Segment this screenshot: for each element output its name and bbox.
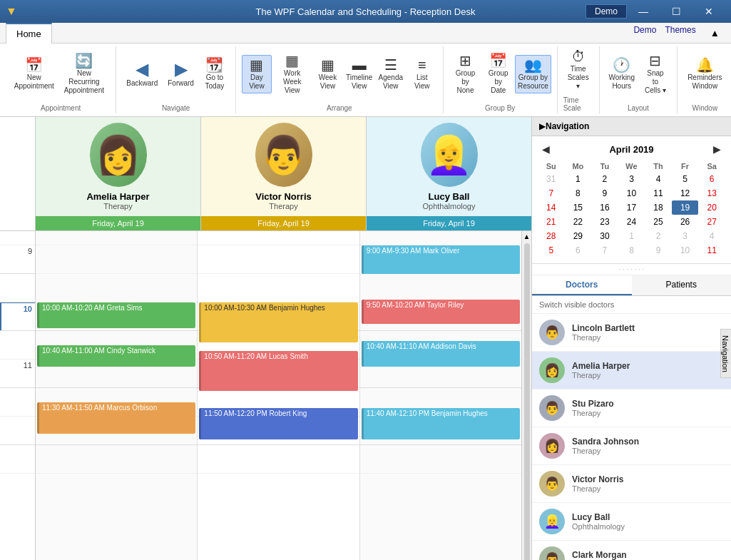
cal-day-1-other[interactable]: 1 [618,229,645,243]
cal-day-26[interactable]: 26 [672,215,699,229]
cal-day-2-other[interactable]: 2 [645,229,672,243]
tab-demo[interactable]: Demo [633,25,656,41]
appt-lucy-taylor[interactable]: 9:50 AM-10:20 AM Taylor Riley [362,300,520,324]
cal-day-3-other[interactable]: 3 [672,229,699,243]
appt-amelia-greta[interactable]: 10:00 AM-10:20 AM Greta Sims [37,302,195,328]
cal-day-4-other[interactable]: 4 [698,229,725,243]
grid-slot-lucy-3 [360,274,521,302]
mini-cal-prev-button[interactable]: ◀ [538,142,554,156]
cal-day-7-other[interactable]: 7 [591,243,618,258]
vertical-scrollbar[interactable]: ▲ ▼ [521,231,531,560]
time-scales-button[interactable]: ⏱ TimeScales ▾ [563,46,593,93]
cal-day-4[interactable]: 4 [645,172,672,186]
cal-day-16[interactable]: 16 [591,200,618,215]
cal-day-22[interactable]: 22 [565,215,592,229]
appt-lucy-benjamin2[interactable]: 11:40 AM-12:10 PM Benjamin Hughes [362,408,520,439]
calendar-grid[interactable]: 9 10 11 [0,231,521,560]
working-hours-button[interactable]: 🕐 WorkingHours [605,55,638,93]
title-bar: ▼ The WPF Calendar and Scheduling - Rece… [0,0,731,23]
cal-day-1[interactable]: 1 [565,172,592,186]
agenda-button[interactable]: ☰ AgendaView [376,55,406,93]
forward-button[interactable]: ▶ Forward [163,58,198,91]
cal-day-15[interactable]: 15 [565,200,592,215]
appt-lucy-addison[interactable]: 10:40 AM-11:10 AM Addison Davis [362,341,520,367]
cal-day-3[interactable]: 3 [618,172,645,186]
week-view-button[interactable]: ▦ WeekView [312,55,342,93]
ribbon-tabs: Home Demo Themes ▲ [0,23,731,44]
navigation-sidebar-tab[interactable]: Navigation [720,329,731,379]
doctor-item-amelia[interactable]: 👩 Amelia Harper Therapy [532,352,731,390]
new-recurring-button[interactable]: 🔄 New RecurringAppointment [58,51,111,98]
group-date-button[interactable]: 📅 Groupby Date [483,51,513,98]
scroll-thumb[interactable] [524,243,530,560]
group-resource-button[interactable]: 👥 Group byResource [515,55,551,93]
cal-day-6[interactable]: 6 [698,172,725,186]
cal-day-13[interactable]: 13 [698,186,725,200]
grid-col-victor: 10:00 AM-10:30 AM Benjamin Hughes 10:50 … [198,231,359,560]
cal-day-17[interactable]: 17 [618,200,645,215]
cal-day-18[interactable]: 18 [645,200,672,215]
doctor-item-clark[interactable]: 👨 Clark Morgan Dentistry [532,541,731,560]
scroll-up-button[interactable]: ▲ [522,231,531,242]
cal-day-12[interactable]: 12 [672,186,699,200]
cal-day-19[interactable]: 19 [672,200,699,215]
cal-day-5[interactable]: 5 [672,172,699,186]
cal-day-9-other[interactable]: 9 [645,243,672,258]
reminders-button[interactable]: 🔔 RemindersWindow [683,55,726,93]
mini-cal-next-button[interactable]: ▶ [709,142,725,156]
cal-day-7[interactable]: 7 [538,186,565,200]
day-view-button[interactable]: ▦ DayView [242,55,272,93]
cal-day-14[interactable]: 14 [538,200,565,215]
tab-themes[interactable]: Themes [665,25,695,41]
close-button[interactable]: ✕ [692,0,725,23]
cal-day-29[interactable]: 29 [565,229,592,243]
appt-amelia-marcus[interactable]: 11:30 AM-11:50 AM Marcus Orbison [37,402,195,434]
nav-expand-icon[interactable]: ▶ [539,121,546,131]
maximize-button[interactable]: ☐ [660,0,692,23]
minimize-button[interactable]: — [627,0,660,23]
appt-lucy-mark[interactable]: 9:00 AM-9:30 AM Mark Oliver [362,245,520,274]
cal-day-11-other[interactable]: 11 [698,243,725,258]
cal-day-25[interactable]: 25 [645,215,672,229]
backward-button[interactable]: ◀ Backward [122,58,162,91]
list-button[interactable]: ≡ ListView [407,55,437,93]
cal-day-2[interactable]: 2 [591,172,618,186]
doctor-item-sandra[interactable]: 👩 Sandra Johnson Therapy [532,427,731,465]
appt-victor-benjamin[interactable]: 10:00 AM-10:30 AM Benjamin Hughes [199,302,357,342]
group-none-button[interactable]: ⊞ Groupby None [449,51,481,98]
appt-victor-robert[interactable]: 11:50 AM-12:20 PM Robert King [199,408,357,439]
cal-day-30[interactable]: 30 [591,229,618,243]
timeline-button[interactable]: ▬ TimelineView [344,55,374,93]
ribbon-collapse-button[interactable]: ▲ [705,25,725,41]
cal-day-8[interactable]: 8 [565,186,592,200]
cal-day-27[interactable]: 27 [698,215,725,229]
tab-home[interactable]: Home [6,23,52,44]
tab-doctors[interactable]: Doctors [532,275,632,295]
cal-day-11[interactable]: 11 [645,186,672,200]
cal-day-24[interactable]: 24 [618,215,645,229]
cal-day-20[interactable]: 20 [698,200,725,215]
cal-day-10-other[interactable]: 10 [672,243,699,258]
doctor-item-stu[interactable]: 👨 Stu Pizaro Therapy [532,390,731,427]
appt-victor-lucas[interactable]: 10:50 AM-11:20 AM Lucas Smith [199,351,357,391]
doctor-item-lincoln[interactable]: 👨 Lincoln Bartlett Therapy [532,314,731,352]
doctor-item-lucy[interactable]: 👱‍♀️ Lucy Ball Ophthalmology [532,503,731,541]
calendar-container: 9 10 11 [0,231,531,560]
cal-day-9[interactable]: 9 [591,186,618,200]
lincoln-name: Lincoln Bartlett [572,323,724,333]
cal-day-10[interactable]: 10 [618,186,645,200]
cal-day-5-other[interactable]: 5 [538,243,565,258]
cal-day-8-other[interactable]: 8 [618,243,645,258]
work-week-button[interactable]: ▦ Work WeekView [273,51,312,98]
go-today-button[interactable]: 📆 Go toToday [200,55,230,93]
cal-day-23[interactable]: 23 [591,215,618,229]
cal-day-31-other[interactable]: 31 [538,172,565,186]
cal-day-6-other[interactable]: 6 [565,243,592,258]
cal-day-21[interactable]: 21 [538,215,565,229]
cal-day-28[interactable]: 28 [538,229,565,243]
doctor-item-victor[interactable]: 👨 Victor Norris Therapy [532,465,731,503]
snap-cells-button[interactable]: ⊟ Snap toCells ▾ [640,51,671,98]
appt-amelia-cindy[interactable]: 10:40 AM-11:00 AM Cindy Stanwick [37,345,195,367]
tab-patients[interactable]: Patients [632,275,732,295]
new-appointment-button[interactable]: 📅 NewAppointment [11,55,57,93]
